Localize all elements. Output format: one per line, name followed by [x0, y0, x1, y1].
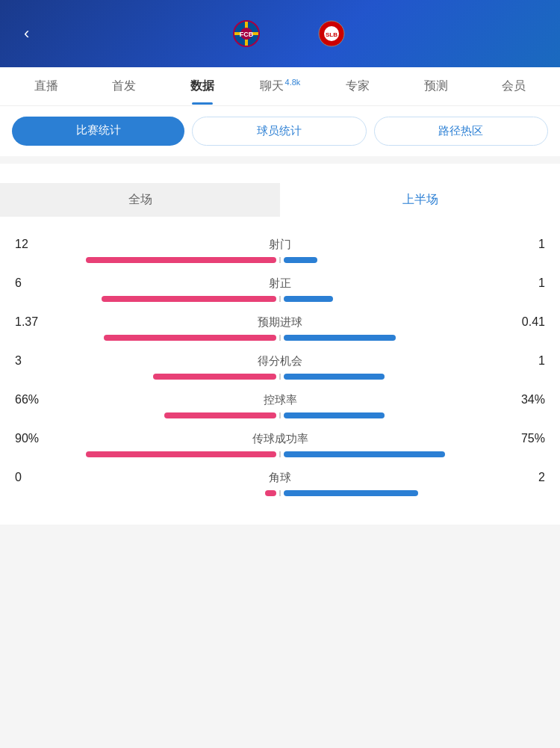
- stat-row-6: 0角球2: [15, 471, 545, 496]
- stat-left-val-3: 3: [15, 354, 52, 368]
- stat-name-6: 角球: [52, 471, 508, 485]
- svg-text:SLB: SLB: [326, 31, 337, 38]
- nav-tab-首发[interactable]: 首发: [85, 68, 163, 105]
- away-team-logo: SLB: [317, 19, 346, 48]
- stat-bars-0: [15, 257, 545, 263]
- sub-tab-0[interactable]: 比赛统计: [12, 117, 184, 146]
- stat-bars-5: [15, 451, 545, 457]
- nav-tab-专家[interactable]: 专家: [319, 68, 396, 105]
- match-header: ‹ FCB SLB: [0, 0, 560, 67]
- stat-right-val-3: 1: [508, 354, 545, 368]
- stat-right-val-1: 1: [508, 276, 545, 290]
- stat-name-1: 射正: [52, 276, 508, 291]
- stat-name-5: 传球成功率: [52, 432, 508, 446]
- stat-bars-1: [15, 296, 545, 302]
- back-button[interactable]: ‹: [18, 18, 35, 49]
- stat-name-3: 得分机会: [52, 354, 508, 368]
- stat-right-val-2: 0.41: [508, 315, 545, 329]
- stat-left-val-2: 1.37: [15, 315, 52, 329]
- stat-row-2: 1.37预期进球0.41: [15, 315, 545, 341]
- sub-tab-2[interactable]: 路径热区: [374, 117, 548, 146]
- stat-name-2: 预期进球: [52, 315, 508, 330]
- nav-tab-预测[interactable]: 预测: [396, 68, 474, 105]
- stat-right-val-0: 1: [508, 238, 545, 251]
- stat-name-0: 射门: [52, 238, 508, 252]
- period-selector: 全场上半场: [0, 183, 560, 217]
- stat-left-val-4: 66%: [15, 393, 52, 407]
- stat-right-val-4: 34%: [508, 393, 545, 407]
- nav-tab-直播[interactable]: 直播: [7, 68, 85, 105]
- period-option-1[interactable]: 上半场: [280, 183, 560, 217]
- section-title: [0, 164, 560, 183]
- sub-tabs: 比赛统计球员统计路径热区: [0, 106, 560, 156]
- stat-row-1: 6射正1: [15, 276, 545, 302]
- stat-bars-6: [15, 490, 545, 496]
- nav-tab-会员[interactable]: 会员: [475, 68, 553, 105]
- stat-bars-4: [15, 412, 545, 418]
- stat-bars-2: [15, 335, 545, 341]
- svg-text:FCB: FCB: [239, 31, 253, 38]
- nav-tabs: 直播首发数据聊天4.8k专家预测会员: [0, 67, 560, 106]
- stats-area: 12射门16射正11.37预期进球0.413得分机会166%控球率34%90%传…: [0, 217, 560, 525]
- stat-row-3: 3得分机会1: [15, 354, 545, 380]
- stat-right-val-5: 75%: [508, 432, 545, 445]
- period-option-0[interactable]: 全场: [0, 183, 280, 217]
- stat-right-val-6: 2: [508, 471, 545, 484]
- home-team-logo: FCB: [232, 19, 261, 48]
- stat-left-val-0: 12: [15, 238, 52, 251]
- stat-row-0: 12射门1: [15, 238, 545, 263]
- stat-left-val-1: 6: [15, 276, 52, 290]
- nav-tab-数据[interactable]: 数据: [164, 68, 241, 105]
- stat-left-val-6: 0: [15, 471, 52, 484]
- stat-left-val-5: 90%: [15, 432, 52, 445]
- stat-name-4: 控球率: [52, 393, 508, 407]
- stat-bars-3: [15, 374, 545, 380]
- sub-tab-1[interactable]: 球员统计: [192, 117, 366, 146]
- nav-tab-聊天[interactable]: 聊天4.8k: [241, 67, 319, 105]
- match-info: FCB SLB: [35, 19, 542, 48]
- stat-row-4: 66%控球率34%: [15, 393, 545, 418]
- stat-row-5: 90%传球成功率75%: [15, 432, 545, 457]
